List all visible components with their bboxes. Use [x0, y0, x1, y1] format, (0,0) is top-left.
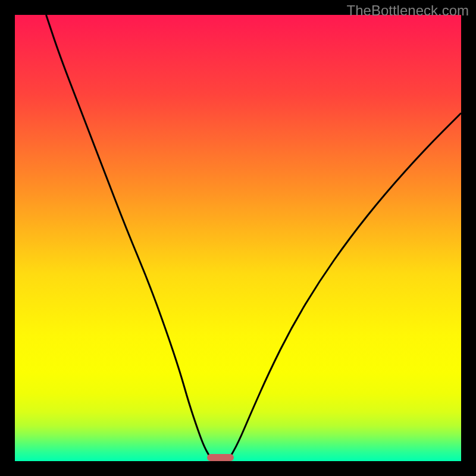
minimum-marker — [207, 454, 234, 461]
plot-area — [15, 15, 461, 461]
left-curve — [46, 15, 212, 459]
right-curve — [229, 113, 461, 459]
watermark-text: TheBottleneck.com — [347, 2, 469, 19]
curve-layer — [15, 15, 461, 461]
chart-container: TheBottleneck.com — [0, 0, 476, 476]
